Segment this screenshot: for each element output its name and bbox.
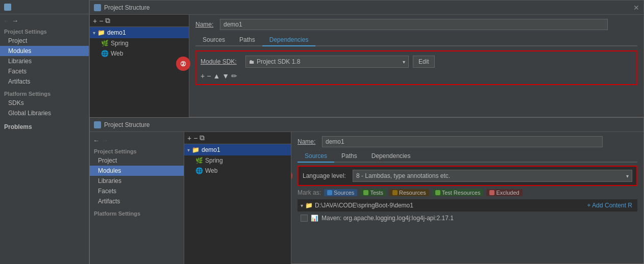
spring-icon-upper: 🌿 [101, 40, 109, 47]
badge-2: ② [176, 57, 190, 71]
forward-arrow-lower[interactable]: → [102, 137, 108, 144]
down-dep-btn[interactable]: ▼ [222, 72, 229, 80]
back-arrow-lower[interactable]: ← [93, 137, 100, 144]
sidebar-item-sdks-upper[interactable]: SDKs [0, 98, 89, 108]
app-icon [4, 4, 11, 11]
mark-resources[interactable]: Resources [389, 189, 429, 196]
mark-label: Mark as: [298, 189, 321, 196]
tree-spring-label-lower: Spring [205, 157, 223, 164]
tree-web-label-lower: Web [205, 167, 217, 174]
spring-icon-lower: 🌿 [195, 157, 203, 164]
tree-web-label-upper: Web [111, 50, 123, 57]
tree-root-label-upper: demo1 [107, 29, 126, 36]
remove-module-btn-lower[interactable]: − [193, 134, 197, 142]
maven-checkbox[interactable] [301, 215, 308, 222]
sidebar-section-platform-label: Platform Settings [0, 87, 89, 98]
tree-root-label-lower: demo1 [202, 146, 220, 153]
mark-test-resources[interactable]: Test Resources [432, 189, 484, 196]
upper-window-titlebar: Project Structure ✕ [90, 1, 643, 15]
module-list-toolbar-lower: + − ⧉ [184, 132, 291, 144]
tab-dependencies-lower[interactable]: Dependencies [364, 150, 418, 162]
upper-title-text: Project Structure [104, 4, 150, 11]
remove-module-btn-upper[interactable]: − [99, 17, 103, 25]
sidebar-item-artifacts-upper[interactable]: Artifacts [0, 76, 89, 87]
lower-title-text: Project Structure [104, 121, 150, 128]
tree-child-spring-upper[interactable]: 🌿 Spring [90, 38, 189, 48]
folder-icon-upper: 📁 [97, 29, 105, 36]
lang-label: Language level: [303, 172, 349, 179]
sdk-dropdown-arrow: ▾ [403, 59, 405, 65]
window-icon-lower [94, 121, 101, 128]
sidebar-item-facets-upper[interactable]: Facets [0, 66, 89, 76]
sidebar-item-project-lower[interactable]: Project [90, 155, 184, 166]
tab-paths-upper[interactable]: Paths [232, 34, 262, 45]
maven-chart-icon: 📊 [311, 215, 318, 222]
lang-select[interactable]: 8 - Lambdas, type annotations etc. ▾ [353, 170, 632, 182]
tree-arrow-lower: ▾ [187, 147, 190, 153]
module-list-toolbar-upper: + − ⧉ [90, 15, 189, 27]
name-label-lower: Name: [298, 138, 318, 145]
add-module-btn-lower[interactable]: + [187, 134, 191, 142]
tree-root-lower[interactable]: ▾ 📁 demo1 [184, 144, 291, 155]
sidebar-platform-label-lower: Platform Settings [90, 206, 184, 218]
tab-sources-lower[interactable]: Sources [298, 150, 334, 163]
tab-dependencies-upper[interactable]: Dependencies [262, 34, 316, 46]
name-input-lower[interactable] [322, 136, 603, 147]
add-module-btn-upper[interactable]: + [93, 17, 97, 25]
tree-root-upper[interactable]: ▾ 📁 demo1 [90, 27, 189, 38]
content-root-folder-icon: 📁 [305, 202, 313, 209]
tree-child-web-upper[interactable]: 🌐 Web [90, 48, 189, 59]
lower-window-titlebar: Project Structure [90, 118, 643, 132]
sidebar-item-libraries-lower[interactable]: Libraries [90, 176, 184, 186]
tree-child-spring-lower[interactable]: 🌿 Spring [184, 155, 291, 166]
mark-sources[interactable]: Sources [324, 189, 357, 196]
web-icon-upper: 🌐 [101, 50, 109, 57]
sidebar-project-settings-label-lower: Project Settings [90, 146, 184, 155]
up-dep-btn[interactable]: ▲ [213, 72, 220, 80]
content-root-label: D:\JAVA\CODE\springBoot-9\demo1 [315, 202, 413, 209]
expand-arrow-lower[interactable]: ▾ [301, 203, 303, 208]
web-icon-lower: 🌐 [195, 167, 203, 174]
edit-dep-btn[interactable]: ✏ [231, 72, 237, 80]
copy-module-btn-upper[interactable]: ⧉ [105, 16, 110, 25]
sdk-folder-icon: 🖿 [249, 59, 255, 65]
folder-icon-lower: 📁 [192, 146, 200, 153]
back-arrow-upper[interactable]: ← [3, 17, 10, 24]
add-dep-btn[interactable]: + [201, 72, 205, 80]
badge-1: ① [291, 169, 292, 183]
sidebar-item-problems[interactable]: Problems [0, 118, 89, 132]
name-label-upper: Name: [195, 21, 216, 28]
lang-value: 8 - Lambdas, type annotations etc. [356, 172, 450, 179]
close-icon-upper[interactable]: ✕ [633, 4, 639, 12]
remove-dep-btn[interactable]: − [207, 72, 211, 80]
name-input-upper[interactable] [220, 19, 608, 30]
tree-spring-label-upper: Spring [111, 40, 129, 47]
sidebar-item-global-libraries-upper[interactable]: Global Libraries [0, 108, 89, 118]
maven-label: Maven: org.apache.logging.log4j:log4j-ap… [321, 215, 454, 222]
sidebar-item-artifacts-lower[interactable]: Artifacts [90, 196, 184, 206]
mark-tests[interactable]: Tests [360, 189, 386, 196]
forward-arrow-upper[interactable]: → [12, 17, 18, 24]
tree-arrow-upper: ▾ [93, 30, 95, 36]
lang-dropdown-arrow: ▾ [626, 173, 629, 179]
copy-module-btn-lower[interactable]: ⧉ [200, 134, 205, 142]
add-content-btn[interactable]: + Add Content R [585, 201, 634, 210]
sidebar-item-project-upper[interactable]: Project [0, 36, 89, 46]
sidebar-item-modules-upper[interactable]: Modules [0, 46, 89, 56]
mark-excluded[interactable]: Excluded [486, 189, 522, 196]
sidebar-item-facets-lower[interactable]: Facets [90, 186, 184, 196]
sidebar-item-modules-lower[interactable]: Modules [90, 166, 184, 176]
sidebar-section-project-settings-label: Project Settings [0, 27, 89, 36]
sdk-label-upper: Module SDK: [201, 58, 241, 65]
sdk-select-upper[interactable]: 🖿 Project SDK 1.8 ▾ [245, 56, 409, 68]
tree-child-web-lower[interactable]: 🌐 Web [184, 166, 291, 176]
sidebar-item-libraries-upper[interactable]: Libraries [0, 56, 89, 66]
tab-paths-lower[interactable]: Paths [334, 150, 364, 162]
window-icon-upper [94, 4, 101, 11]
tab-sources-upper[interactable]: Sources [195, 34, 232, 45]
edit-btn-upper[interactable]: Edit [413, 56, 435, 68]
sdk-value-upper: Project SDK 1.8 [257, 58, 300, 65]
